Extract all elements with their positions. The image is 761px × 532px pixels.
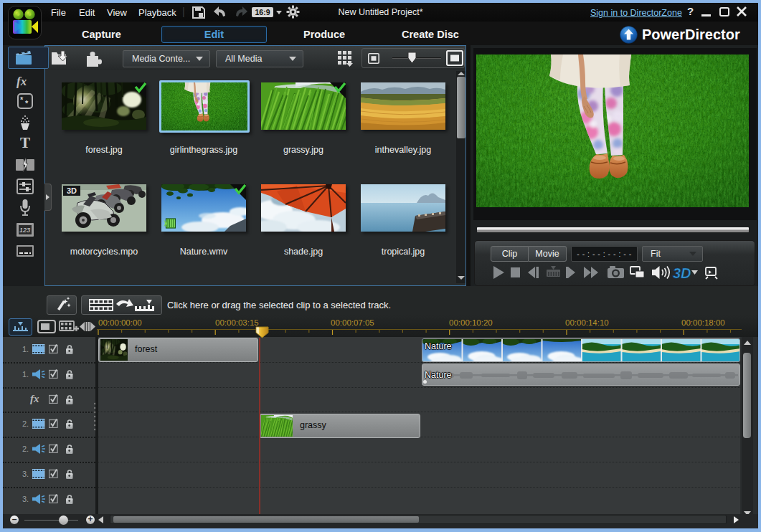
svg-text:*: *: [25, 99, 29, 108]
svg-text:3D: 3D: [673, 265, 691, 281]
svg-text:123: 123: [19, 227, 30, 234]
svg-text:*: *: [20, 95, 24, 104]
